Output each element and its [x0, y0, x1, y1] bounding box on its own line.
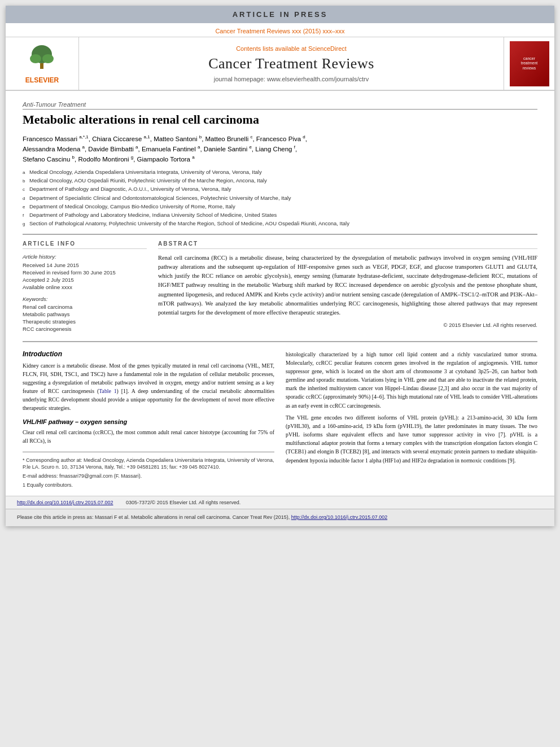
journal-citation-link[interactable]: Cancer Treatment Reviews xxx (2015) xxx–…	[215, 28, 344, 34]
body-right-col: histologically characterized by a high t…	[286, 350, 537, 491]
abstract-col: Abstract Renal cell carcinoma (RCC) is a…	[158, 241, 537, 333]
doi-bar: http://dx.doi.org/10.1016/j.ctrv.2015.07…	[6, 496, 554, 509]
accepted-date: Accepted 2 July 2015	[23, 277, 147, 283]
aip-banner: ARTICLE IN PRESS	[6, 6, 554, 23]
article-info-heading: Article Info	[23, 241, 147, 249]
copyright-notice: © 2015 Elsevier Ltd. All rights reserved…	[158, 322, 537, 328]
author-cheng: Liang Cheng f,	[255, 146, 297, 152]
aip-banner-text: ARTICLE IN PRESS	[233, 10, 328, 19]
section-divider	[23, 341, 537, 342]
authors-block: Francesco Massari a,*,1, Chiara Ciccares…	[23, 134, 537, 165]
elsevier-logo-area: ELSEVIER	[6, 37, 79, 90]
elsevier-label: ELSEVIER	[25, 76, 59, 84]
sciencedirect-label: ScienceDirect	[308, 45, 347, 52]
article-title: Metabolic alterations in renal cell carc…	[23, 112, 537, 128]
main-content: Anti-Tumour Treatment Metabolic alterati…	[6, 91, 554, 496]
citation-doi-link[interactable]: http://dx.doi.org/10.1016/j.ctrv.2015.07…	[291, 514, 387, 520]
journal-homepage: journal homepage: www.elsevierhealth.com…	[214, 76, 369, 82]
affiliation-b: b Medical Oncology, AOU Ospedali Riuniti…	[23, 177, 537, 185]
table1-link[interactable]: Table 1	[99, 388, 116, 394]
footnote-email: E-mail address: fmassari79@gmail.com (F.…	[23, 473, 274, 480]
footnote-equal: 1 Equally contributors.	[23, 482, 274, 489]
received-date: Received 14 June 2015	[23, 262, 147, 268]
elsevier-tree-icon	[27, 43, 58, 74]
author-bimbatti: Davide Bimbatti a,	[88, 146, 142, 152]
issn-text: 0305-7372/© 2015 Elsevier Ltd. All right…	[126, 500, 240, 505]
journal-title: Cancer Treatment Reviews	[208, 55, 374, 72]
abstract-text: Renal cell carcinoma (RCC) is a metaboli…	[158, 254, 537, 318]
keyword-3: Therapeutic strategies	[23, 318, 147, 325]
sciencedirect-line: Contents lists available at ScienceDirec…	[236, 45, 347, 52]
author-brunelli: Matteo Brunelli c,	[205, 136, 256, 142]
intro-paragraph-1: Kidney cancer is a metabolic disease. Mo…	[23, 361, 274, 413]
introduction-heading: Introduction	[23, 350, 274, 358]
author-cascinu: Stefano Cascinu b,	[23, 156, 78, 163]
abstract-heading: Abstract	[158, 241, 537, 249]
keywords-label: Keywords:	[23, 296, 147, 302]
author-massari: Francesco Massari a,*,1,	[23, 136, 92, 142]
affiliation-d: d Department of Specialistic Clinical an…	[23, 194, 537, 202]
affiliation-g: g Section of Pathological Anatomy, Polyt…	[23, 220, 537, 228]
svg-rect-1	[40, 63, 43, 69]
author-santoni: Matteo Santoni b,	[154, 136, 205, 142]
author-montironi: Rodolfo Montironi g,	[78, 156, 137, 163]
journal-cover-image: cancertreatmentreviews	[510, 41, 549, 86]
keyword-1: Renal cell carcinoma	[23, 304, 147, 310]
author-tortora: Giampaolo Tortora a	[137, 156, 195, 163]
journal-cover-area: cancertreatmentreviews	[504, 37, 554, 90]
intro-paragraph-2: Clear cell renal cell carcinoma (ccRCC),…	[23, 428, 274, 445]
article-info-abstract-block: Article Info Article history: Received 1…	[23, 234, 537, 333]
affiliation-c: c Department of Pathology and Diagnostic…	[23, 185, 537, 193]
header-center: Contents lists available at ScienceDirec…	[79, 37, 504, 90]
journal-line: Cancer Treatment Reviews xxx (2015) xxx–…	[6, 23, 554, 37]
history-label: Article history:	[23, 254, 147, 260]
affiliation-a: a Medical Oncology, Azienda Ospedaliera …	[23, 168, 537, 176]
cover-text: cancertreatmentreviews	[520, 55, 539, 72]
footnotes-block: * Corresponding author at: Medical Oncol…	[23, 452, 274, 488]
affiliations-block: a Medical Oncology, Azienda Ospedaliera …	[23, 168, 537, 228]
body-right-p1: histologically characterized by a high t…	[286, 350, 537, 410]
page: ARTICLE IN PRESS Cancer Treatment Review…	[6, 6, 554, 526]
header-block: ELSEVIER Contents lists available at Sci…	[6, 37, 554, 91]
article-type: Anti-Tumour Treatment	[23, 101, 537, 110]
article-info-col: Article Info Article history: Received 1…	[23, 241, 147, 333]
author-modena: Alessandra Modena a,	[23, 146, 88, 152]
body-content: Introduction Kidney cancer is a metaboli…	[23, 350, 537, 491]
footnote-corresponding: * Corresponding author at: Medical Oncol…	[23, 457, 274, 471]
contents-label: Contents lists available at	[236, 45, 307, 52]
body-right-p2: The VHL gene encodes two different isofo…	[286, 413, 537, 465]
body-left-col: Introduction Kidney cancer is a metaboli…	[23, 350, 274, 491]
svg-point-3	[42, 54, 54, 63]
affiliation-e: e Department of Medical Oncology, Campus…	[23, 203, 537, 211]
svg-point-2	[30, 54, 41, 63]
online-date: Available online xxxx	[23, 284, 147, 290]
citation-text: Please cite this article in press as: Ma…	[17, 514, 290, 520]
doi-link[interactable]: http://dx.doi.org/10.1016/j.ctrv.2015.07…	[17, 500, 113, 505]
author-piva: Francesco Piva d,	[256, 136, 307, 142]
author-ciccarese: Chiara Ciccarese a,1,	[92, 136, 154, 142]
citation-bar: Please cite this article in press as: Ma…	[6, 509, 554, 526]
author-santini: Daniele Santini e,	[204, 146, 255, 152]
vhl-hif-heading: VHL/HIF pathway – oxygen sensing	[23, 418, 274, 425]
author-fantinel: Emanuela Fantinel a,	[142, 146, 204, 152]
elsevier-logo: ELSEVIER	[25, 43, 59, 84]
keyword-2: Metabolic pathways	[23, 311, 147, 317]
affiliation-f: f Department of Pathology and Laboratory…	[23, 211, 537, 219]
keyword-4: RCC carcinogenesis	[23, 326, 147, 332]
revised-date: Received in revised form 30 June 2015	[23, 269, 147, 276]
